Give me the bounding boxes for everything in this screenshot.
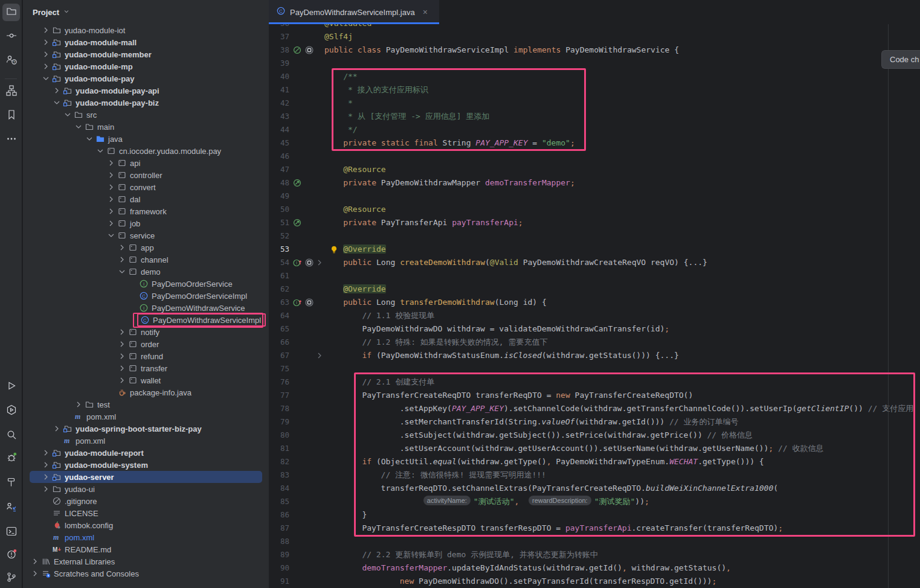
code-check-button[interactable]: Code ch [881, 50, 920, 69]
tree-item-src[interactable]: src [23, 109, 269, 121]
code-line-44[interactable]: 44 */ [269, 123, 920, 136]
tree-item-yudao-module-pay-api[interactable]: yudao-module-pay-api [23, 85, 269, 97]
code-line-39[interactable]: 39 [269, 57, 920, 70]
tree-item-yudao-module-member[interactable]: yudao-module-member [23, 48, 269, 60]
line-number[interactable]: 62 [269, 283, 289, 296]
iover-gutter-icon[interactable]: I [292, 258, 302, 267]
more-button[interactable] [2, 131, 20, 149]
impl-gutter-icon[interactable] [304, 45, 314, 55]
chevron-right-icon[interactable] [73, 400, 84, 409]
code-line-89[interactable]: 89// 2.2 更新转账单到 demo 示例提现单, 并将状态更新为转账中 [269, 548, 920, 561]
tree-item-convert[interactable]: convert [23, 181, 269, 193]
chevron-right-icon[interactable] [106, 182, 117, 192]
fold-gutter-icon[interactable] [315, 258, 324, 267]
code-line-45[interactable]: 45private static final String PAY_APP_KE… [269, 136, 920, 150]
code-line-43[interactable]: 43 * 从 [支付管理 -> 应用信息] 里添加 [269, 110, 920, 123]
debug-button[interactable] [2, 450, 20, 467]
run-button[interactable] [2, 378, 20, 395]
line-number[interactable]: 61 [269, 269, 289, 283]
tree-item-job[interactable]: job [23, 217, 269, 229]
editor-area[interactable]: 36@Validated37@Slf4j38public class PayDe… [269, 0, 920, 588]
chevron-down-icon[interactable] [62, 110, 73, 120]
tree-item-yudao-module-mp[interactable]: yudao-module-mp [23, 60, 269, 72]
code-line-91[interactable]: 91new PayDemoWithdrawDO().setPayTransfer… [269, 575, 920, 588]
chevron-right-icon[interactable] [117, 339, 127, 349]
line-number[interactable]: 49 [269, 190, 289, 203]
code-line-51[interactable]: 51private PayTransferApi payTransferApi; [269, 216, 920, 229]
chevron-right-icon[interactable] [51, 86, 62, 95]
code-line-62[interactable]: 62@Override [269, 283, 920, 296]
chevron-right-icon[interactable] [117, 255, 127, 264]
code-line-50[interactable]: 50@Resource [269, 203, 920, 216]
chevron-down-icon[interactable] [84, 134, 95, 144]
line-number[interactable]: 65 [269, 322, 289, 336]
line-number[interactable]: 90 [269, 561, 289, 575]
code-line-40[interactable]: 40/** [269, 70, 920, 83]
chevron-right-icon[interactable] [40, 50, 51, 59]
chevron-right-icon[interactable] [106, 194, 117, 204]
chevron-right-icon[interactable] [117, 243, 127, 252]
code-line-65[interactable]: 65PayDemoWithdrawDO withdraw = validateD… [269, 322, 920, 336]
tab-close-icon[interactable]: × [423, 7, 428, 17]
tree-item-paydemowithdrawserviceimpl[interactable]: CPayDemoWithdrawServiceImpl [23, 314, 269, 326]
code-line-75[interactable]: 75 [269, 362, 920, 375]
line-number[interactable]: 48 [269, 176, 289, 190]
project-folder-button[interactable] [2, 4, 20, 21]
tree-item-framework[interactable]: framework [23, 205, 269, 217]
code-line-80[interactable]: 80.setSubject(withdraw.getSubject()).set… [269, 429, 920, 442]
code-line-54[interactable]: 54Ipublic Long createDemoWithdraw(@Valid… [269, 256, 920, 269]
chevron-right-icon[interactable] [40, 37, 51, 47]
line-number[interactable]: 64 [269, 309, 289, 322]
chevron-right-icon[interactable] [51, 424, 62, 433]
wire-gutter-icon[interactable] [292, 178, 302, 188]
chevron-right-icon[interactable] [106, 158, 117, 168]
problems-button[interactable] [2, 546, 20, 564]
code-line-64[interactable]: 64// 1.1 校验提现单 [269, 309, 920, 322]
line-number[interactable]: 83 [269, 468, 289, 482]
code-line-52[interactable]: 52 [269, 229, 920, 243]
code-line-76[interactable]: 76// 2.1 创建支付单 [269, 375, 920, 389]
requests-button[interactable] [2, 499, 20, 517]
line-number[interactable]: 81 [269, 442, 289, 455]
line-number[interactable]: 86 [269, 508, 289, 522]
chevron-right-icon[interactable] [30, 569, 40, 578]
code-line-83[interactable]: 83// 注意: 微信很特殊! 提现需要写明用途!!! [269, 468, 920, 482]
tree-item-paydemoorderservice[interactable]: IPayDemoOrderService [23, 278, 269, 290]
tree-item-test[interactable]: test [23, 398, 269, 411]
people-help-button[interactable]: ? [2, 52, 20, 69]
line-number[interactable]: 47 [269, 163, 289, 176]
code-line-82[interactable]: 82if (ObjectUtil.equal(withdraw.getType(… [269, 455, 920, 468]
tree-item-yudao-server[interactable]: yudao-server [23, 471, 269, 483]
commit-button[interactable] [2, 28, 20, 45]
iover-gutter-icon[interactable]: I [292, 298, 302, 307]
tree-item-lombok-config[interactable]: lombok.config [23, 519, 269, 531]
code-line-53[interactable]: 53@Override [269, 243, 920, 256]
chevron-down-icon[interactable] [106, 231, 117, 240]
line-number[interactable]: 37 [269, 30, 289, 43]
line-number[interactable]: 50 [269, 203, 289, 216]
line-number[interactable]: 75 [269, 362, 289, 375]
code-line-79[interactable]: 79.setMerchantTransferId(String.valueOf(… [269, 415, 920, 429]
tree-item-pom-xml[interactable]: mpom.xml [23, 531, 269, 543]
chevron-right-icon[interactable] [106, 170, 117, 180]
tree-item-order[interactable]: order [23, 338, 269, 350]
line-number[interactable]: 82 [269, 455, 289, 468]
line-number[interactable]: 46 [269, 150, 289, 163]
tree-item--gitignore[interactable]: .gitignore [23, 495, 269, 507]
chevron-right-icon[interactable] [40, 484, 51, 494]
line-number[interactable]: 67 [269, 349, 289, 362]
chevron-down-icon[interactable] [95, 146, 106, 156]
line-number[interactable]: 91 [269, 575, 289, 588]
chevron-right-icon[interactable] [40, 448, 51, 458]
tree-item-yudao-module-mall[interactable]: yudao-module-mall [23, 36, 269, 48]
line-number[interactable]: 43 [269, 110, 289, 123]
line-number[interactable]: 54 [269, 256, 289, 269]
line-number[interactable]: 87 [269, 522, 289, 535]
tree-item-channel[interactable]: channel [23, 254, 269, 266]
tree-item-wallet[interactable]: wallet [23, 374, 269, 386]
code-line-66[interactable]: 66// 1.2 特殊: 如果是转账失败的情况, 需要充值下 [269, 336, 920, 349]
tree-item-paydemoorderserviceimpl[interactable]: CPayDemoOrderServiceImpl [23, 290, 269, 302]
tree-item-transfer[interactable]: transfer [23, 362, 269, 374]
chevron-down-icon[interactable] [40, 74, 51, 83]
line-number[interactable]: 41 [269, 83, 289, 97]
